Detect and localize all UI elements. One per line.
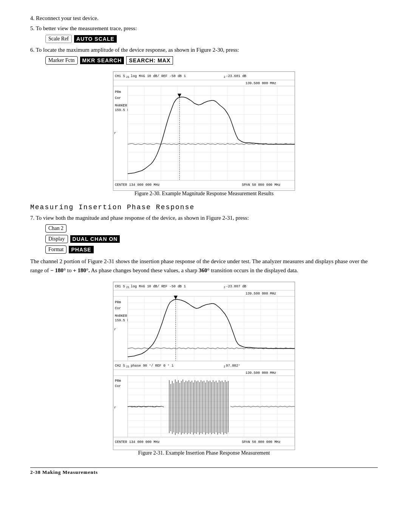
step-4-number: 4.: [30, 15, 34, 21]
figure-30-chart: CH1 S 21 log MAG 10 dB/ REF -50 dB 1 2 -…: [113, 71, 295, 191]
figure-31-caption: Figure 2-31. Example Insertion Phase Res…: [30, 450, 378, 456]
search-max-label: SEARCH: MAX: [126, 56, 173, 65]
figure-30-caption: Figure 2-30. Example Magnitude Response …: [30, 191, 378, 197]
svg-text:21: 21: [126, 286, 129, 289]
svg-text:139.500 000 MHz: 139.500 000 MHz: [246, 292, 276, 296]
step-4-text: Reconnect your test device.: [36, 15, 99, 21]
scale-ref-key-group: Scale Ref AUTO SCALE: [45, 35, 378, 43]
footer-bar: 2-38 Making Measurements: [30, 467, 378, 475]
svg-text:139.500 000 MHz: 139.500 000 MHz: [246, 371, 276, 375]
step-4: 4. Reconnect your test device.: [30, 15, 378, 22]
svg-text:CH1 S: CH1 S: [115, 74, 125, 78]
figure-31-chart: CH1 S 21 log MAG 10 dB/ REF -50 dB 1 2 -…: [113, 282, 295, 450]
svg-text:SPAN  50 000 000 MHz: SPAN 50 000 000 MHz: [242, 440, 281, 444]
svg-text:2: 2: [224, 365, 225, 368]
svg-text:CENTER  134 000 000 MHz: CENTER 134 000 000 MHz: [115, 440, 160, 444]
figure-31-svg: CH1 S 21 log MAG 10 dB/ REF -50 dB 1 2 -…: [113, 282, 295, 448]
figure-30-svg: CH1 S 21 log MAG 10 dB/ REF -50 dB 1 2 -…: [113, 72, 295, 189]
svg-text:2: 2: [224, 76, 225, 79]
chan2-button[interactable]: Chan 2: [45, 224, 66, 233]
display-key-group: Display DUAL CHAN ON: [45, 235, 378, 243]
svg-text:CH1 S: CH1 S: [115, 285, 125, 288]
svg-text:Cor: Cor: [115, 384, 121, 388]
step-5-number: 5.: [30, 25, 34, 31]
svg-text:SPAN  50 000 000 MHz: SPAN 50 000 000 MHz: [242, 183, 281, 187]
scale-ref-button[interactable]: Scale Ref: [45, 35, 72, 43]
marker-fctn-key-group: Marker Fctn MKR SEARCH SEARCH: MAX: [45, 56, 378, 65]
body-paragraph: The channel 2 portion of Figure 2-31 sho…: [30, 257, 378, 275]
svg-text:Cor: Cor: [115, 96, 121, 100]
plus-180: + 180°.: [73, 267, 90, 273]
svg-text:-23.807 dB: -23.807 dB: [226, 285, 247, 288]
step-6-number: 6.: [30, 47, 34, 53]
svg-text:PRm: PRm: [115, 379, 121, 383]
360-bold: 360°: [199, 267, 210, 273]
svg-text:Cor: Cor: [115, 307, 121, 310]
phase-label: PHASE: [69, 246, 93, 253]
mkr-search-label: MKR SEARCH: [80, 57, 124, 64]
format-button[interactable]: Format: [45, 245, 66, 254]
marker-fctn-button[interactable]: Marker Fctn: [45, 56, 78, 65]
step-7-text: To view both the magnitude and phase res…: [36, 215, 249, 221]
section-heading: Measuring Insertion Phase Response: [30, 204, 378, 211]
format-key-group: Format PHASE: [45, 245, 378, 254]
svg-text:CH2 S: CH2 S: [115, 364, 125, 368]
step-7-number: 7.: [30, 215, 34, 221]
dual-chan-on-label: DUAL CHAN ON: [70, 235, 120, 243]
svg-text:log MAG    10 dB/  REF -50 dB : log MAG 10 dB/ REF -50 dB 1: [131, 74, 186, 78]
svg-text:139.500 000 MHz: 139.500 000 MHz: [246, 82, 276, 85]
svg-text:r: r: [114, 406, 116, 410]
svg-text:r: r: [114, 131, 116, 135]
svg-text:CENTER  134 000 000 MHz: CENTER 134 000 000 MHz: [115, 183, 160, 187]
svg-text:21: 21: [126, 365, 129, 368]
minus-180: − 180°: [50, 267, 66, 273]
figure-31-container: CH1 S 21 log MAG 10 dB/ REF -50 dB 1 2 -…: [30, 282, 378, 456]
svg-text:-23.601 dB: -23.601 dB: [226, 74, 247, 78]
step-6-text: To locate the maximum amplitude of the d…: [36, 47, 239, 53]
svg-text:2: 2: [224, 286, 225, 289]
svg-text:log MAG    10 dB/  REF -50 dB : log MAG 10 dB/ REF -50 dB 1: [131, 285, 186, 288]
svg-text:r: r: [114, 328, 116, 332]
display-button[interactable]: Display: [45, 235, 68, 243]
step-6: 6. To locate the maximum amplitude of th…: [30, 47, 378, 53]
footer-text: 2-38 Making Measurements: [30, 469, 98, 475]
step-5: 5. To better view the measurement trace,…: [30, 25, 378, 32]
svg-text:PRm: PRm: [115, 301, 121, 304]
step-7: 7. To view both the magnitude and phase …: [30, 215, 378, 221]
svg-text:21: 21: [126, 76, 129, 79]
svg-text:phase      90 °/  REF 0 °     : phase 90 °/ REF 0 ° 1: [131, 364, 173, 368]
svg-text:97.882°: 97.882°: [226, 364, 240, 368]
figure-30-container: CH1 S 21 log MAG 10 dB/ REF -50 dB 1 2 -…: [30, 71, 378, 197]
chan2-key-group: Chan 2: [45, 224, 378, 233]
step-5-text: To better view the measurement trace, pr…: [36, 25, 137, 31]
auto-scale-label: AUTO SCALE: [74, 35, 117, 43]
svg-text:PRm: PRm: [115, 90, 121, 94]
